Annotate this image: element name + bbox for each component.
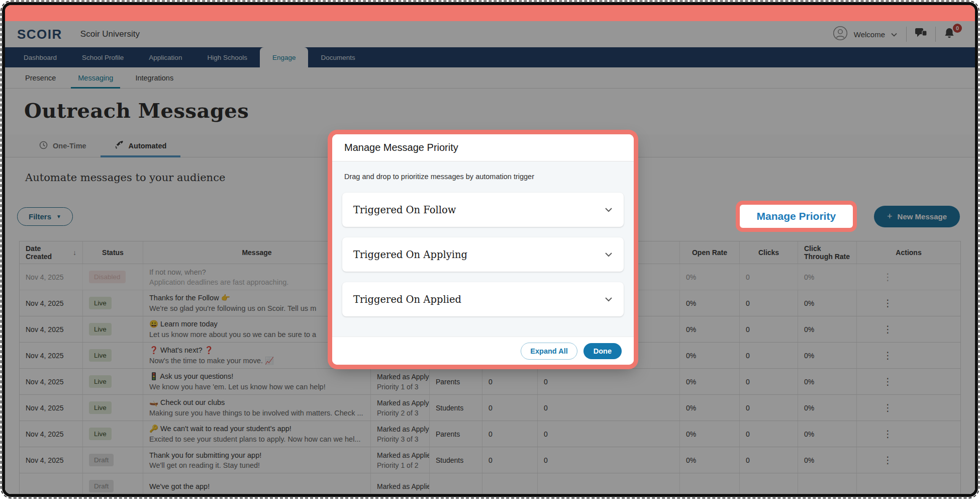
accordion-title: Triggered On Applied <box>353 294 461 305</box>
manage-priority-button[interactable]: Manage Priority <box>740 205 853 228</box>
accordion-title: Triggered On Follow <box>353 204 456 216</box>
accordion-triggered-on-applied[interactable]: Triggered On Applied <box>342 282 624 316</box>
modal-title: Manage Message Priority <box>332 134 634 161</box>
modal-footer: Expand All Done <box>332 337 634 365</box>
accordion-triggered-on-applying[interactable]: Triggered On Applying <box>342 237 624 272</box>
expand-all-button[interactable]: Expand All <box>521 343 577 360</box>
manage-message-priority-modal: Manage Message Priority Drag and drop to… <box>332 134 634 365</box>
modal-body: Drag and drop to prioritize messages by … <box>332 161 634 337</box>
annotation-top-bar <box>5 5 975 21</box>
accordion-triggered-on-follow[interactable]: Triggered On Follow <box>342 193 624 227</box>
modal-description: Drag and drop to prioritize messages by … <box>344 173 622 181</box>
done-button[interactable]: Done <box>583 343 622 359</box>
screenshot-frame: SCOIR Scoir University Welcome <box>2 2 978 497</box>
accordion-title: Triggered On Applying <box>353 249 467 261</box>
accordion-chevron-icon <box>605 297 613 302</box>
accordion-chevron-icon <box>605 252 613 257</box>
accordion-chevron-icon <box>605 207 613 212</box>
